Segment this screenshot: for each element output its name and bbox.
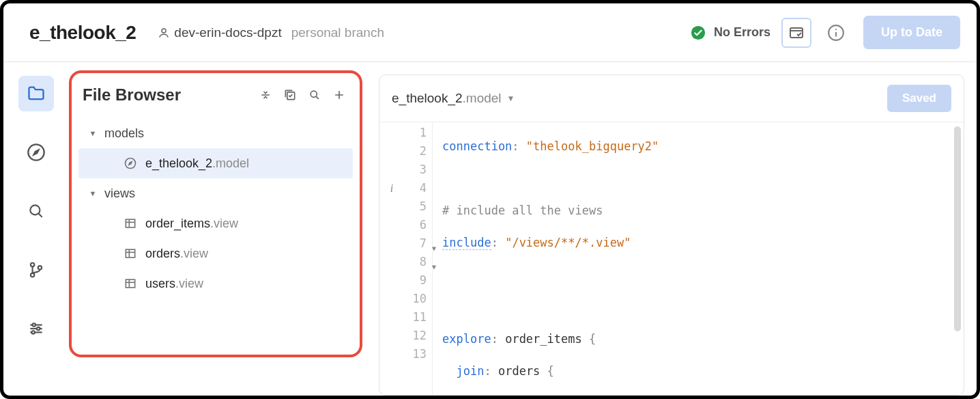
sidebar-item-search[interactable] [18, 193, 54, 229]
sidebar-item-git[interactable] [18, 252, 54, 288]
info-button[interactable] [821, 18, 851, 48]
folder-label: views [104, 187, 135, 201]
folder-row-models[interactable]: ▼ models [78, 118, 353, 148]
collapse-all-button[interactable] [256, 85, 275, 105]
bulk-select-button[interactable] [280, 85, 300, 105]
caret-down-icon: ▼ [507, 94, 515, 103]
svg-rect-27 [126, 219, 134, 228]
model-file-icon [122, 155, 139, 171]
svg-line-9 [38, 213, 42, 217]
sidebar-item-settings[interactable] [18, 311, 54, 346]
topbar: e_thelook_2 dev-erin-docs-dpzt personal … [3, 3, 977, 62]
main-area: File Browser [3, 62, 977, 396]
caret-down-icon: ▼ [87, 129, 99, 137]
info-marker-icon[interactable]: i [379, 179, 404, 197]
svg-rect-33 [126, 279, 134, 288]
svg-rect-30 [126, 249, 134, 258]
file-browser-highlight: File Browser [69, 70, 362, 357]
deploy-button[interactable]: Up to Date [863, 16, 960, 49]
caret-down-icon: ▼ [87, 189, 99, 197]
file-name: order_items [145, 217, 210, 231]
open-file-name: e_thelook_2.model [392, 91, 502, 106]
search-icon [27, 202, 45, 220]
validate-button[interactable] [781, 18, 811, 48]
save-status-button[interactable]: Saved [887, 85, 951, 112]
app-frame: e_thelook_2 dev-erin-docs-dpzt personal … [0, 0, 980, 399]
svg-marker-7 [34, 150, 39, 155]
svg-point-10 [31, 263, 34, 266]
view-file-icon [122, 215, 139, 232]
editor-shell: e_thelook_2.model ▼ Saved i 123456 7▼ 8▼… [379, 74, 964, 396]
view-file-icon [122, 275, 139, 292]
file-name: e_thelook_2 [145, 156, 212, 171]
file-row-view[interactable]: order_items.view [78, 208, 353, 238]
user-icon [158, 27, 170, 39]
file-ext: .model [212, 156, 249, 171]
folder-icon [27, 84, 46, 103]
svg-point-17 [37, 327, 40, 330]
svg-point-18 [32, 331, 35, 333]
compass-icon [27, 143, 46, 162]
view-file-icon [122, 245, 139, 262]
sidebar-item-folder[interactable] [18, 76, 54, 111]
file-row-view[interactable]: orders.view [78, 238, 353, 269]
line-number-gutter: 123456 7▼ 8▼ 910111213 [404, 122, 433, 395]
project-name: e_thelook_2 [29, 22, 136, 44]
git-branch-icon [27, 261, 45, 279]
code-editor[interactable]: i 123456 7▼ 8▼ 910111213 connection: "th… [379, 122, 964, 395]
info-gutter: i [379, 122, 404, 395]
fold-caret-icon[interactable]: ▼ [432, 239, 436, 258]
code-content[interactable]: connection: "thelook_bigquery2" # includ… [433, 122, 813, 395]
file-name: users [145, 277, 175, 291]
file-ext: .view [210, 217, 238, 231]
sidebar-item-compass[interactable] [18, 135, 54, 170]
left-sidebar [3, 62, 69, 396]
svg-point-11 [31, 273, 34, 277]
svg-point-12 [38, 266, 42, 269]
scrollbar[interactable] [954, 126, 961, 331]
validation-status-text: No Errors [714, 25, 770, 40]
add-file-button[interactable] [330, 85, 349, 105]
file-name: orders [145, 247, 180, 261]
editor-area: e_thelook_2.model ▼ Saved i 123456 7▼ 8▼… [369, 62, 977, 396]
file-row-model[interactable]: e_thelook_2.model [78, 148, 353, 178]
success-check-icon [691, 25, 706, 40]
file-ext: .view [180, 247, 208, 261]
svg-marker-26 [129, 162, 132, 165]
file-tree: ▼ models e_thelook_2.model ▼ views [78, 113, 353, 299]
branch-type-label: personal branch [291, 25, 384, 40]
svg-point-0 [162, 29, 166, 33]
folder-label: models [104, 126, 144, 141]
fold-caret-icon[interactable]: ▼ [432, 258, 436, 276]
file-tab[interactable]: e_thelook_2.model ▼ Saved [379, 75, 964, 122]
file-ext: .view [175, 277, 203, 291]
file-row-view[interactable]: users.view [78, 269, 353, 299]
svg-point-16 [33, 323, 35, 326]
svg-line-22 [316, 96, 319, 99]
file-browser-header: File Browser [78, 80, 353, 113]
settings-sliders-icon [27, 320, 45, 338]
file-search-button[interactable] [305, 85, 324, 105]
svg-point-5 [835, 29, 837, 30]
folder-row-views[interactable]: ▼ views [78, 178, 353, 208]
file-browser-title: File Browser [83, 85, 250, 105]
branch-name[interactable]: dev-erin-docs-dpzt [174, 25, 281, 40]
svg-point-21 [311, 91, 317, 97]
file-browser-panel: File Browser [69, 62, 369, 396]
